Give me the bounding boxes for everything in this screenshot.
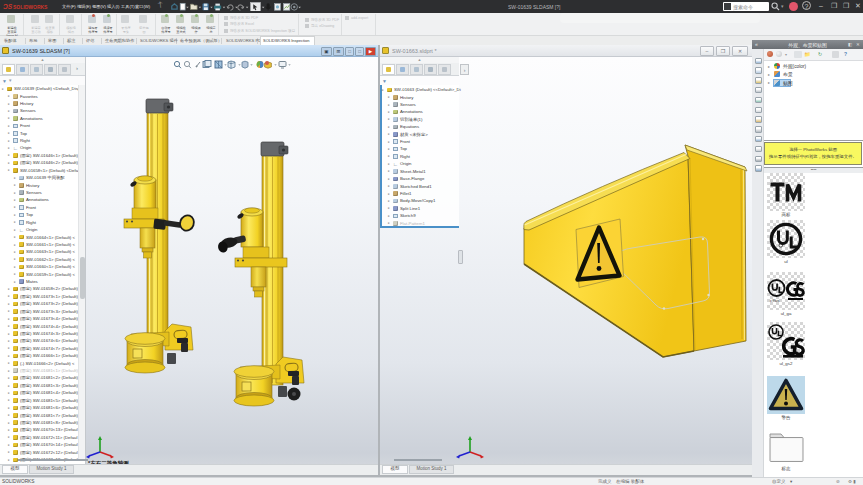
svg-text:c®us: c®us <box>770 298 779 303</box>
